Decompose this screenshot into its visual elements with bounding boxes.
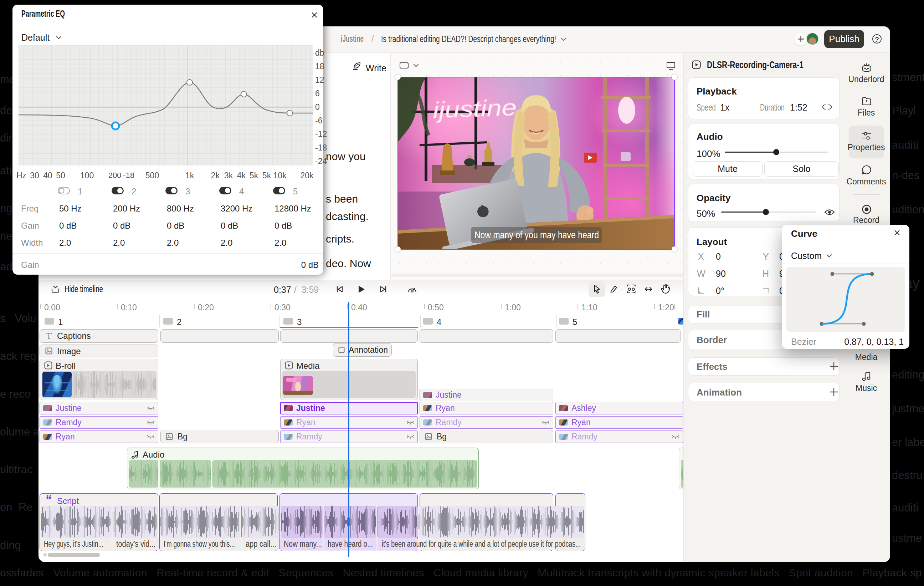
svg-text:Now many...: Now many... [284, 539, 322, 548]
svg-text:have heard o...: have heard o... [328, 539, 373, 548]
svg-text:today's vid...: today's vid... [116, 539, 155, 548]
svg-text:Duration: Duration [760, 103, 785, 113]
svg-text:app call...: app call... [246, 539, 276, 548]
svg-text:Hide timeline: Hide timeline [64, 284, 103, 294]
svg-text:Parametric EQ: Parametric EQ [21, 8, 65, 19]
svg-text:1:52: 1:52 [790, 103, 807, 113]
svg-text:it's been around for quite a w: it's been around for quite a while and a… [382, 539, 581, 548]
svg-text:1x: 1x [720, 103, 730, 113]
svg-text:I'm gonna show you this...: I'm gonna show you this... [163, 539, 235, 548]
svg-text:DLSR-Recording-Camera-1: DLSR-Recording-Camera-1 [707, 60, 804, 70]
svg-text:Hey guys, it's Justin...: Hey guys, it's Justin... [44, 539, 103, 548]
svg-text:Speed: Speed [696, 103, 716, 113]
